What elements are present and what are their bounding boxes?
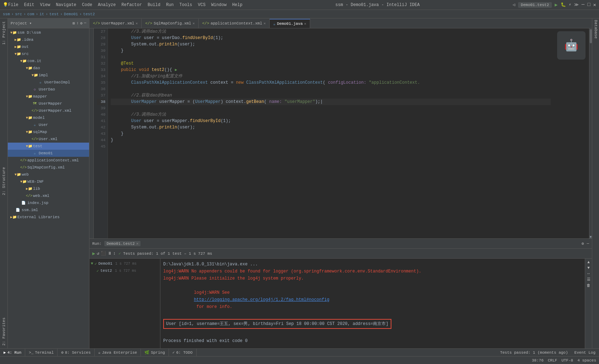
tree-item-out[interactable]: ▶📁 out [8, 43, 89, 50]
clear-btn[interactable]: 🗑 [587, 283, 590, 288]
close-button[interactable]: ✕ [593, 2, 596, 8]
structure-sidebar-label[interactable]: 2: Structure [2, 164, 6, 198]
run-tool-btn[interactable]: ▶ 4: Run [0, 349, 25, 357]
tree-item-demo01[interactable]: ☕ Demo01 [8, 150, 89, 157]
code-content[interactable]: //3.调用dao方法 User user = userDao. findUse… [108, 28, 554, 238]
breadcrumb-it[interactable]: it [39, 12, 44, 16]
tab-close[interactable]: ✕ [304, 22, 306, 26]
tab-close[interactable]: ✕ [136, 21, 138, 26]
run-config-label[interactable]: Demo01.test2 [518, 2, 552, 8]
tab-sqlmapconfig-xml[interactable]: </> SqlMapConfig.xml ✕ [142, 19, 198, 28]
breadcrumb-test2[interactable]: test2 [83, 12, 95, 16]
run-close-icon[interactable]: ─ [587, 242, 589, 246]
rerun-failed-button[interactable]: ↺ [97, 251, 99, 256]
tree-item-ssm[interactable]: ▼📁 ssm D:\ssm [8, 29, 89, 36]
favorites-sidebar-label[interactable]: 2: Favorites [2, 315, 6, 348]
menu-code[interactable]: Code [82, 2, 92, 7]
tree-item-comit[interactable]: ▼📁 com.it [8, 57, 89, 65]
menu-vcs[interactable]: VCS [198, 2, 206, 7]
test-tree-demo01[interactable]: ▼ ✓ Demo01 1 s 727 ms [91, 260, 159, 267]
menu-refactor[interactable]: Refactor [121, 2, 142, 7]
pause-button[interactable]: ⏸ [108, 251, 112, 256]
tree-item-webxml[interactable]: </> web.xml [8, 192, 89, 199]
run-test-tab[interactable]: Demo01.test2 ✕ [104, 241, 141, 246]
tree-item-indexjsp[interactable]: 📄 index.jsp [8, 199, 89, 206]
sort-button[interactable]: ↕ [113, 251, 116, 256]
run-settings-icon[interactable]: ⚙ [582, 241, 584, 246]
tab-close[interactable]: ✕ [264, 21, 266, 26]
scroll-down[interactable]: ▼ [589, 236, 592, 238]
tree-item-appctx-xml[interactable]: </> applicationContext.xml [8, 157, 89, 164]
maximize-button[interactable]: □ [587, 2, 590, 8]
filter-btn[interactable]: ☰ [587, 277, 590, 282]
tree-item-webinf[interactable]: ▼📁 WEB-INF [8, 178, 89, 185]
tree-item-sqlmapconfig-xml[interactable]: </> SqlMapConfig.xml [8, 164, 89, 171]
back-icon[interactable]: ◁ [513, 2, 515, 7]
tree-item-test[interactable]: ▼📁 test [8, 143, 89, 150]
run-with-coverage[interactable]: ⚡ [569, 2, 571, 7]
breadcrumb-com[interactable]: com [27, 12, 34, 16]
tree-item-userdaoimpl[interactable]: ☕ UserDaoImpl [8, 79, 89, 86]
terminal-tool-btn[interactable]: >_ Terminal [25, 349, 57, 357]
debug-button[interactable]: 🐛 [561, 2, 566, 7]
tab-usermapper-xml[interactable]: </> UserMapper.xml ✕ [89, 19, 142, 28]
tree-item-mapper[interactable]: ▼📁 mapper [8, 93, 89, 100]
tree-item-user-xml[interactable]: </> User.xml [8, 136, 89, 143]
scroll-down-btn[interactable]: ▼ [587, 266, 590, 270]
run-button[interactable]: ▶ [555, 2, 557, 8]
project-icon-close[interactable]: ─ [84, 21, 86, 26]
toolbar-more[interactable]: ≫ [574, 2, 579, 7]
tree-item-src[interactable]: ▼📁 src [8, 50, 89, 57]
tree-item-userdao[interactable]: ◇ UserDao [8, 86, 89, 93]
log4j-link[interactable]: http://logging.apache.org/log4j/1.2/faq.… [194, 297, 329, 302]
tree-item-impl[interactable]: ▼📁 impl [8, 72, 89, 79]
tab-demo01-java[interactable]: ☕ Demo01.java ✕ [270, 19, 310, 28]
tree-item-sqlmap[interactable]: ▼📁 sqlMap [8, 128, 89, 136]
breadcrumb-test[interactable]: test [49, 12, 59, 16]
menu-edit[interactable]: Edit [24, 2, 34, 7]
wrap-btn[interactable]: ↔ [587, 271, 590, 276]
stop-button[interactable]: ⬛ [101, 251, 106, 256]
tree-item-idea[interactable]: ▶📁 .idea [8, 36, 89, 43]
breadcrumb-ssm[interactable]: ssm [3, 12, 10, 16]
rerun-button[interactable]: ▶ [92, 250, 95, 257]
tree-item-ssmiml[interactable]: 📄 ssm.iml [8, 206, 89, 214]
services-tool-btn[interactable]: ⚙ 8: Services [57, 349, 94, 357]
menu-window[interactable]: Window [211, 2, 226, 7]
menu-run[interactable]: Run [166, 2, 174, 7]
menu-tools[interactable]: Tools [180, 2, 192, 7]
right-scrollbar[interactable]: ▼ [589, 28, 592, 238]
tab-close[interactable]: ✕ [193, 21, 195, 26]
tree-item-model[interactable]: ▼📁 model [8, 114, 89, 121]
breadcrumb-src[interactable]: src [15, 12, 22, 16]
minimize-button[interactable]: ─ [582, 2, 584, 8]
scroll-up-btn[interactable]: ▲ [587, 260, 590, 264]
project-icon-gear[interactable]: ⚙ [80, 21, 83, 26]
tree-item-user[interactable]: ☕ User [8, 121, 89, 128]
breadcrumb-demo01[interactable]: Demo01 [64, 12, 78, 16]
java-enterprise-tool-btn[interactable]: ☕ Java Enterprise [95, 349, 141, 357]
menu-bar[interactable]: File Edit View Navigate Code Analyze Ref… [8, 2, 242, 7]
event-log-btn[interactable]: Event Log [571, 351, 599, 355]
menu-file[interactable]: File [8, 2, 18, 7]
spring-tool-btn[interactable]: 🌿 Spring [141, 349, 169, 357]
todo-tool-btn[interactable]: ✓ 6: TODO [169, 349, 197, 357]
menu-analyze[interactable]: Analyze [98, 2, 116, 7]
tree-item-web[interactable]: ▼📁 web [8, 171, 89, 178]
run-tab-close[interactable]: ✕ [136, 241, 139, 246]
menu-navigate[interactable]: Navigate [56, 2, 76, 7]
tree-item-usermapper-xml[interactable]: </> UserMapper.xml [8, 107, 89, 114]
test-tree-test2[interactable]: ✓ test2 1 s 727 ms [91, 267, 159, 274]
menu-help[interactable]: Help [232, 2, 242, 7]
project-sidebar-label[interactable]: 1: Project [2, 18, 6, 48]
tab-appcontext-xml[interactable]: </> applicationContext.xml ✕ [199, 19, 270, 28]
project-icon-1[interactable]: ⊞ [73, 21, 75, 26]
scroll-thumb[interactable] [590, 29, 592, 43]
run-marker-33[interactable]: ▶ [175, 67, 177, 73]
menu-view[interactable]: View [40, 2, 50, 7]
tree-item-usermapper[interactable]: 🗺 UserMapper [8, 100, 89, 107]
tree-item-dao[interactable]: ▼📁 dao [8, 65, 89, 72]
menu-build[interactable]: Build [148, 2, 160, 7]
tree-item-lib[interactable]: ▶📁 lib [8, 185, 89, 192]
project-icon-2[interactable]: ↕ [76, 21, 79, 26]
